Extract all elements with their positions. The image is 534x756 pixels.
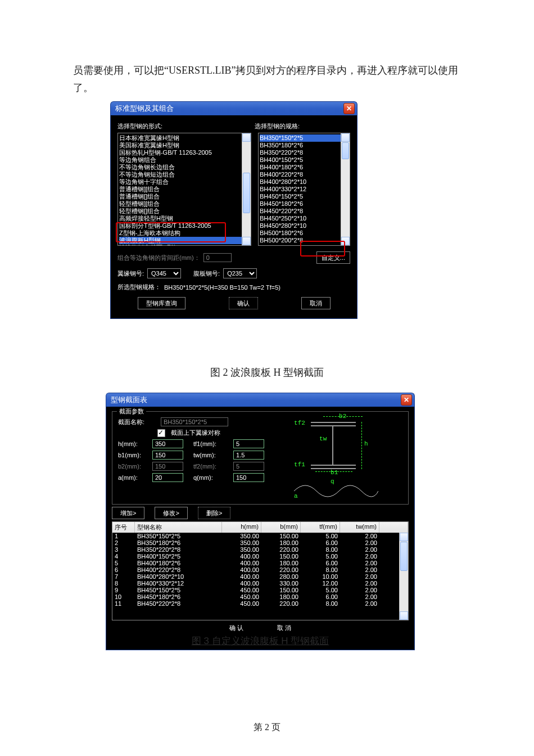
ok-button-1[interactable]: 确认 bbox=[229, 297, 258, 309]
tf2-input bbox=[233, 462, 264, 471]
table-row[interactable]: 3BH350*220*2*8350.00220.008.002.00 bbox=[112, 546, 408, 553]
table-row[interactable]: 8BH400*330*2*12400.00330.0012.002.00 bbox=[112, 580, 408, 587]
list-item[interactable]: BH500*180*2*6 bbox=[260, 230, 349, 237]
list-item[interactable]: 普通槽钢][组合 bbox=[119, 186, 250, 193]
result-value: BH350*150*2*5(H=350 B=150 Tw=2 Tf=5) bbox=[164, 284, 280, 291]
title-1: 标准型钢及其组合 bbox=[115, 104, 343, 114]
table-header: 序号 型钢名称 h(mm) b(mm) tf(mm) tw(mm) bbox=[112, 522, 408, 533]
dialog-section-table: 型钢截面表 ✕ 截面参数 截面名称: 截面上下翼缘对称 h(mm): bbox=[106, 393, 415, 650]
list-item[interactable]: 等边角钢组合 bbox=[119, 156, 250, 164]
custom-button[interactable]: 自定义... bbox=[316, 251, 350, 264]
symmetry-checkbox[interactable] bbox=[157, 429, 165, 437]
tf1-input[interactable] bbox=[233, 439, 264, 448]
table-row[interactable]: 2BH350*180*2*6350.00180.006.002.00 bbox=[112, 539, 408, 546]
add-button[interactable]: 增加> bbox=[112, 507, 144, 519]
combo-spacing-input bbox=[203, 253, 232, 262]
list-item[interactable]: 国标热轧H型钢-GB/T 11263-2005 bbox=[119, 149, 250, 156]
section-diagram: b2 tf2 tw h tf1 b1 q a bbox=[283, 415, 390, 500]
list-item[interactable]: BH450*150*2*5 bbox=[260, 193, 349, 200]
q-input[interactable] bbox=[233, 473, 264, 482]
list-item[interactable]: BH450*220*2*8 bbox=[260, 208, 349, 215]
list-item[interactable]: 轻型槽钢[]组合 bbox=[119, 208, 250, 215]
tw-input[interactable] bbox=[233, 451, 264, 460]
list-item[interactable]: 不等边角钢长边组合 bbox=[119, 164, 250, 171]
result-label: 所选型钢规格： bbox=[117, 283, 161, 291]
list-item[interactable]: 美国标准宽翼缘H型钢 bbox=[119, 142, 250, 149]
cancel-button-1[interactable]: 取消 bbox=[301, 297, 331, 309]
b2-label: b2(mm): bbox=[118, 463, 149, 470]
b1-input[interactable] bbox=[152, 451, 183, 460]
ok-button-2[interactable]: 确 认 bbox=[229, 624, 243, 632]
titlebar-1[interactable]: 标准型钢及其组合 ✕ bbox=[110, 101, 357, 115]
list-item[interactable]: BH400*280*2*10 bbox=[260, 178, 349, 186]
h-label: h(mm): bbox=[118, 440, 149, 447]
list-item[interactable]: BH450*180*2*6 bbox=[260, 200, 349, 208]
list-item[interactable]: BH450*280*2*10 bbox=[260, 222, 349, 230]
dialog-standard-steel: 标准型钢及其组合 ✕ 选择型钢的形式: 选择型钢的规格: 日本标准宽翼缘H型钢美… bbox=[110, 101, 357, 319]
list-item[interactable]: BH500*220*2*8 bbox=[260, 244, 349, 246]
right-list-label: 选择型钢的规格: bbox=[255, 122, 350, 130]
intro-paragraph: 员需要使用，可以把“USERSTL.LIB”拷贝到对方的程序目录内，再进入程序就… bbox=[73, 62, 467, 96]
combo-label: 组合等边角钢的背间距(mm)： bbox=[117, 254, 200, 262]
title-2: 型钢截面表 bbox=[111, 395, 401, 405]
tw-label: tw(mm): bbox=[193, 452, 230, 458]
table-row[interactable]: 10BH450*180*2*6450.00180.006.002.00 bbox=[112, 593, 408, 600]
list-item[interactable]: BH350*220*2*8 bbox=[260, 149, 349, 156]
steel-spec-listbox[interactable]: BH350*150*2*5BH350*180*2*6BH350*220*2*8B… bbox=[258, 133, 350, 246]
list-item[interactable]: Z型钢-上海欧本钢结构 bbox=[119, 230, 250, 237]
list-item[interactable]: 高频焊接轻型H型钢 bbox=[119, 215, 250, 222]
list-item[interactable]: BH400*220*2*8 bbox=[260, 171, 349, 178]
scrollbar-specs[interactable] bbox=[341, 133, 350, 245]
q-label: q(mm): bbox=[193, 474, 230, 481]
flange-label: 翼缘钢号: bbox=[117, 269, 144, 278]
list-item[interactable]: BH350*150*2*5 bbox=[260, 134, 349, 142]
list-item[interactable]: 轻型槽钢][组合 bbox=[119, 200, 250, 208]
list-item[interactable]: 国标剖分T型钢-GB/T 11263-2005 bbox=[119, 222, 250, 230]
table-row[interactable]: 5BH400*180*2*6400.00180.006.002.00 bbox=[112, 560, 408, 566]
list-item[interactable]: BH450*250*2*10 bbox=[260, 215, 349, 222]
b2-input bbox=[152, 462, 183, 471]
list-item[interactable]: 等边角钢十字组合 bbox=[119, 178, 250, 186]
list-item[interactable]: BH400*180*2*6 bbox=[260, 164, 349, 171]
figure-2-caption: 图 2 波浪腹板 H 型钢截面 bbox=[0, 366, 534, 379]
scrollbar-table[interactable] bbox=[399, 533, 408, 620]
web-select[interactable]: Q235 bbox=[223, 268, 257, 278]
h-input[interactable] bbox=[152, 439, 183, 448]
modify-button[interactable]: 修改> bbox=[155, 507, 187, 519]
list-item[interactable]: 不等边角钢短边组合 bbox=[119, 171, 250, 178]
table-row[interactable]: 9BH450*150*2*5450.00150.005.002.00 bbox=[112, 587, 408, 593]
list-item[interactable]: BH350*180*2*6 bbox=[260, 142, 349, 149]
table-row[interactable]: 6BH400*220*2*8400.00220.008.002.00 bbox=[112, 566, 408, 573]
cancel-button-2[interactable]: 取 消 bbox=[277, 624, 291, 632]
titlebar-2[interactable]: 型钢截面表 ✕ bbox=[106, 393, 415, 407]
symmetry-label: 截面上下翼缘对称 bbox=[171, 429, 220, 437]
table-row[interactable]: 7BH400*280*2*10400.00280.0010.002.00 bbox=[112, 573, 408, 580]
list-item[interactable]: BH400*330*2*12 bbox=[260, 186, 349, 193]
close-icon[interactable]: ✕ bbox=[343, 103, 355, 114]
list-item[interactable]: BH400*150*2*5 bbox=[260, 156, 349, 164]
section-params-group: 截面参数 截面名称: 截面上下翼缘对称 h(mm): tf1(mm): bbox=[112, 411, 409, 505]
table-row[interactable]: 4BH400*150*2*5400.00150.005.002.00 bbox=[112, 553, 408, 560]
list-item[interactable]: BH500*200*2*8 bbox=[260, 237, 349, 244]
group-title: 截面参数 bbox=[117, 407, 146, 416]
left-list-label: 选择型钢的形式: bbox=[117, 122, 251, 130]
section-table: 序号 型钢名称 h(mm) b(mm) tf(mm) tw(mm) 1BH350… bbox=[112, 521, 409, 620]
query-button[interactable]: 型钢库查询 bbox=[138, 297, 185, 309]
page-footer: 第 2 页 bbox=[0, 722, 534, 734]
list-item[interactable]: 波浪腹板H型钢 bbox=[119, 237, 250, 244]
list-item[interactable]: 日本标准宽翼缘H型钢 bbox=[119, 134, 250, 142]
table-row[interactable]: 1BH350*150*2*5350.00150.005.002.00 bbox=[112, 533, 408, 539]
tf1-label: tf1(mm): bbox=[193, 440, 230, 447]
flange-select[interactable]: Q345 bbox=[147, 268, 181, 278]
list-item[interactable]: 普通槽钢[]组合 bbox=[119, 193, 250, 200]
scrollbar-forms[interactable] bbox=[242, 133, 251, 245]
delete-button[interactable]: 删除> bbox=[198, 507, 230, 519]
a-input[interactable] bbox=[152, 473, 183, 482]
list-item[interactable]: 波浪腹板变截面H型钢 bbox=[119, 244, 250, 246]
table-row[interactable]: 11BH450*220*2*8450.00220.008.002.00 bbox=[112, 600, 408, 607]
tf2-label: tf2(mm): bbox=[193, 463, 230, 470]
steel-form-listbox[interactable]: 日本标准宽翼缘H型钢美国标准宽翼缘H型钢国标热轧H型钢-GB/T 11263-2… bbox=[117, 133, 251, 246]
figure-3-caption: 图 3 自定义波浪腹板 H 型钢截面 bbox=[112, 634, 409, 647]
web-label: 腹板钢号: bbox=[193, 269, 220, 278]
close-icon[interactable]: ✕ bbox=[401, 394, 412, 406]
